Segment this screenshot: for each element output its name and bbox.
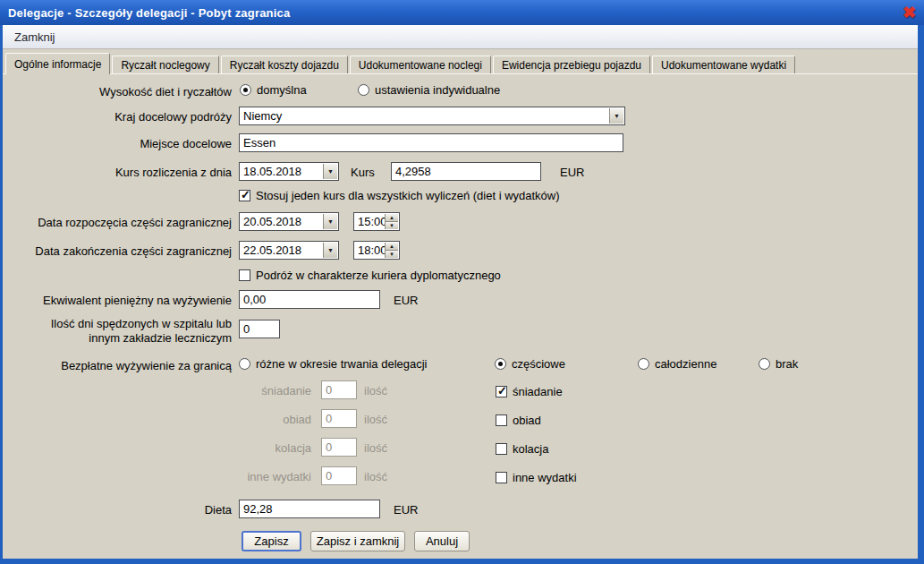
rate-date-value: 18.05.2018 xyxy=(240,165,301,178)
meal-count-input xyxy=(321,409,357,428)
meal-count-suffix: ilość xyxy=(364,470,387,483)
radio-dot-icon xyxy=(495,358,506,370)
time-spin-buttons: ▲ ▼ xyxy=(385,214,398,229)
checkbox-icon xyxy=(239,269,250,281)
kurs-label: Kurs xyxy=(351,166,375,179)
radio-brak[interactable]: brak xyxy=(759,357,798,371)
chevron-down-icon[interactable]: ▼ xyxy=(323,214,337,229)
window-title: Delegacje - Szczegóły delegacji - Pobyt … xyxy=(8,6,903,20)
meal-count-suffix: ilość xyxy=(364,413,387,426)
food-equivalent-input[interactable] xyxy=(239,290,380,309)
meal-count-label: kolacja xyxy=(182,441,311,455)
end-time-value: 18:00 xyxy=(354,244,387,257)
start-date-label: Data rozpoczęcia części zagranicznej xyxy=(3,216,232,229)
spin-down-icon[interactable]: ▼ xyxy=(385,221,398,229)
tab-udokumentowane-wydatki[interactable]: Udokumentowane wydatki xyxy=(652,56,795,73)
checkbox-icon xyxy=(496,443,507,455)
start-date-combobox[interactable]: 20.05.2018 ▼ xyxy=(239,212,339,231)
meal-count-label: inne wydatki xyxy=(182,470,311,483)
window-body: Zamknij Ogólne informacje Ryczałt nocleg… xyxy=(3,25,918,559)
destination-input[interactable] xyxy=(239,133,623,152)
checkbox-icon xyxy=(496,386,507,397)
end-date-combobox[interactable]: 22.05.2018 ▼ xyxy=(239,241,339,260)
tab-ryczalt-noclegowy[interactable]: Ryczałt noclegowy xyxy=(112,56,218,73)
radio-dot-icon xyxy=(239,358,250,370)
tab-ryczalt-koszty-dojazdu[interactable]: Ryczałt koszty dojazdu xyxy=(221,56,348,73)
radio-rozne-w-okresie[interactable]: różne w okresie trwania delegacji xyxy=(239,357,427,371)
delegation-dialog-window: Delegacje - Szczegóły delegacji - Pobyt … xyxy=(0,0,924,564)
checkbox-label: inne wydatki xyxy=(513,471,577,484)
radio-czesciowe[interactable]: częściowe xyxy=(495,357,565,371)
checkbox-label: Stosuj jeden kurs dla wszystkich wylicze… xyxy=(256,189,560,202)
radio-calodzienne[interactable]: całodzienne xyxy=(638,357,716,371)
close-icon[interactable]: ✖ xyxy=(903,4,916,21)
dieta-currency-label: EUR xyxy=(394,503,418,517)
radio-dot-icon xyxy=(358,84,369,96)
dieta-input[interactable] xyxy=(239,500,380,518)
cancel-button[interactable]: Anuluj xyxy=(414,531,470,551)
radio-label: częściowe xyxy=(512,357,565,371)
single-rate-checkbox[interactable]: Stosuj jeden kurs dla wszystkich wylicze… xyxy=(239,189,560,202)
radio-label: ustawienia indywidualne xyxy=(375,83,500,97)
rate-date-label: Kurs rozliczenia z dnia xyxy=(3,166,232,179)
meal-count-suffix: ilość xyxy=(364,384,387,397)
radio-dot-icon xyxy=(240,84,251,96)
food-equivalent-currency-label: EUR xyxy=(394,294,418,307)
save-button[interactable]: Zapisz xyxy=(242,531,301,551)
checkbox-label: obiad xyxy=(513,414,541,427)
courier-checkbox[interactable]: Podróż w charakterze kuriera dyplomatycz… xyxy=(239,269,501,282)
end-time-spinner[interactable]: 18:00 ▲ ▼ xyxy=(353,241,400,260)
inne-wydatki-checkbox[interactable]: inne wydatki xyxy=(496,471,577,484)
hospital-days-label-line2: innym zakładzie leczniczym xyxy=(3,331,232,345)
start-date-value: 20.05.2018 xyxy=(240,215,301,228)
chevron-down-icon[interactable]: ▼ xyxy=(323,243,337,258)
tab-strip: Ogólne informacje Ryczałt noclegowy Rycz… xyxy=(3,49,918,73)
chevron-down-icon[interactable]: ▼ xyxy=(323,164,337,179)
food-equivalent-label: Ekwiwalent pieniężny na wyżywienie xyxy=(3,294,232,307)
meal-count-suffix: ilość xyxy=(364,441,387,455)
radio-dot-icon xyxy=(759,358,770,370)
country-value: Niemcy xyxy=(240,109,282,123)
free-food-label: Bezpłatne wyżywienie za granicą xyxy=(3,359,232,372)
save-and-close-button[interactable]: Zapisz i zamknij xyxy=(310,531,405,551)
radio-ustawienia-indywidualne[interactable]: ustawienia indywidualne xyxy=(358,83,500,97)
checkbox-icon xyxy=(496,414,507,426)
checkbox-label: śniadanie xyxy=(513,385,563,398)
radio-label: różne w okresie trwania delegacji xyxy=(256,357,427,371)
end-date-label: Data zakończenia części zagranicznej xyxy=(3,244,232,258)
start-time-value: 15:00 xyxy=(354,215,387,228)
spin-up-icon[interactable]: ▲ xyxy=(385,243,398,250)
radio-label: brak xyxy=(776,357,798,371)
meal-count-input xyxy=(321,438,357,457)
rate-date-combobox[interactable]: 18.05.2018 ▼ xyxy=(239,162,339,181)
country-combobox[interactable]: Niemcy ▼ xyxy=(239,107,625,125)
kolacja-checkbox[interactable]: kolacja xyxy=(496,442,548,456)
end-date-value: 22.05.2018 xyxy=(240,244,301,257)
tab-ogolne-informacje[interactable]: Ogólne informacje xyxy=(5,53,110,74)
kurs-input[interactable] xyxy=(391,162,541,181)
tab-page-general: Wysokość diet i ryczałtów domyślna ustaw… xyxy=(3,73,918,559)
menu-item-zamknij[interactable]: Zamknij xyxy=(8,28,62,47)
meal-count-input xyxy=(321,466,357,485)
meal-count-label: śniadanie xyxy=(182,384,311,397)
tab-ewidencja-przebiegu-pojazdu[interactable]: Ewidencja przebiegu pojazdu xyxy=(493,56,650,73)
hospital-days-label-line1: Ilość dni spędzonych w szpitalu lub xyxy=(3,317,232,330)
titlebar: Delegacje - Szczegóły delegacji - Pobyt … xyxy=(0,0,924,25)
sniadanie-checkbox[interactable]: śniadanie xyxy=(496,385,563,398)
meal-count-label: obiad xyxy=(182,413,311,426)
spin-down-icon[interactable]: ▼ xyxy=(385,250,398,258)
checkbox-icon xyxy=(496,472,507,483)
hospital-days-input[interactable] xyxy=(239,320,280,338)
country-label: Kraj docelowy podróży xyxy=(3,110,232,124)
menubar: Zamknij xyxy=(3,25,918,49)
chevron-down-icon[interactable]: ▼ xyxy=(609,108,623,124)
spin-up-icon[interactable]: ▲ xyxy=(385,214,398,221)
tab-udokumentowane-noclegi[interactable]: Udokumentowane noclegi xyxy=(350,56,491,73)
checkbox-icon xyxy=(239,190,250,201)
destination-label: Miejsce docelowe xyxy=(3,137,232,150)
radio-domyslna[interactable]: domyślna xyxy=(240,83,307,97)
diet-level-label: Wysokość diet i ryczałtów xyxy=(3,85,232,98)
dieta-label: Dieta xyxy=(3,503,232,517)
start-time-spinner[interactable]: 15:00 ▲ ▼ xyxy=(353,212,400,231)
obiad-checkbox[interactable]: obiad xyxy=(496,414,541,427)
